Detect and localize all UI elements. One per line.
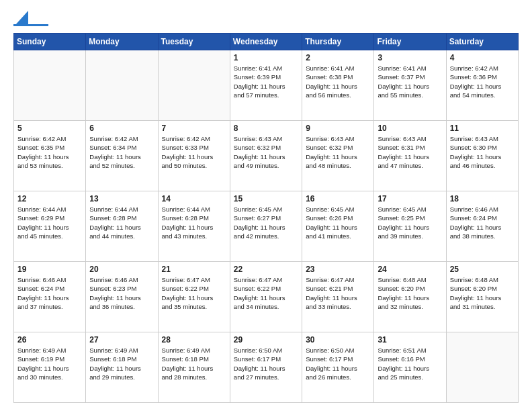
day-info: Sunrise: 6:49 AM Sunset: 6:19 PM Dayligh… (17, 346, 82, 381)
day-number: 17 (378, 194, 442, 203)
day-info: Sunrise: 6:47 AM Sunset: 6:22 PM Dayligh… (162, 275, 226, 311)
day-info: Sunrise: 6:43 AM Sunset: 6:30 PM Dayligh… (450, 134, 515, 170)
day-number: 25 (450, 265, 515, 274)
week-row-2: 5Sunrise: 6:42 AM Sunset: 6:35 PM Daylig… (14, 121, 519, 191)
day-info: Sunrise: 6:42 AM Sunset: 6:33 PM Dayligh… (162, 134, 226, 170)
calendar-cell: 9Sunrise: 6:43 AM Sunset: 6:32 PM Daylig… (302, 121, 374, 191)
weekday-header-row: SundayMondayTuesdayWednesdayThursdayFrid… (14, 34, 519, 50)
calendar-cell: 25Sunrise: 6:48 AM Sunset: 6:20 PM Dayli… (446, 262, 518, 332)
day-info: Sunrise: 6:44 AM Sunset: 6:29 PM Dayligh… (17, 205, 82, 240)
weekday-header-monday: Monday (86, 34, 158, 50)
day-info: Sunrise: 6:47 AM Sunset: 6:21 PM Dayligh… (306, 275, 370, 311)
day-number: 22 (234, 265, 298, 274)
day-info: Sunrise: 6:45 AM Sunset: 6:25 PM Dayligh… (378, 205, 442, 240)
day-number: 8 (234, 124, 298, 133)
day-number: 5 (17, 124, 82, 133)
day-info: Sunrise: 6:41 AM Sunset: 6:37 PM Dayligh… (378, 64, 442, 99)
day-info: Sunrise: 6:45 AM Sunset: 6:26 PM Dayligh… (306, 205, 370, 240)
logo-triangle-icon (15, 11, 28, 26)
calendar-cell: 18Sunrise: 6:46 AM Sunset: 6:24 PM Dayli… (446, 191, 518, 262)
calendar-cell: 6Sunrise: 6:42 AM Sunset: 6:34 PM Daylig… (86, 121, 158, 191)
day-number: 20 (89, 265, 154, 274)
day-info: Sunrise: 6:42 AM Sunset: 6:35 PM Dayligh… (17, 134, 82, 170)
day-number: 27 (89, 335, 154, 345)
weekday-header-wednesday: Wednesday (230, 34, 302, 50)
calendar-cell: 14Sunrise: 6:44 AM Sunset: 6:28 PM Dayli… (158, 191, 230, 262)
day-info: Sunrise: 6:51 AM Sunset: 6:16 PM Dayligh… (378, 346, 442, 381)
day-number: 7 (162, 124, 226, 133)
day-info: Sunrise: 6:44 AM Sunset: 6:28 PM Dayligh… (89, 205, 154, 240)
calendar-cell (14, 50, 86, 121)
day-number: 18 (450, 194, 515, 203)
weekday-header-sunday: Sunday (14, 34, 86, 50)
day-number: 1 (234, 53, 298, 62)
calendar-cell: 26Sunrise: 6:49 AM Sunset: 6:19 PM Dayli… (14, 332, 86, 403)
page: SundayMondayTuesdayWednesdayThursdayFrid… (0, 0, 532, 411)
day-number: 10 (378, 124, 442, 133)
weekday-header-tuesday: Tuesday (158, 34, 230, 50)
calendar-cell: 10Sunrise: 6:43 AM Sunset: 6:31 PM Dayli… (374, 121, 446, 191)
calendar-cell: 28Sunrise: 6:49 AM Sunset: 6:18 PM Dayli… (158, 332, 230, 403)
calendar-cell: 19Sunrise: 6:46 AM Sunset: 6:24 PM Dayli… (14, 262, 86, 332)
calendar-cell: 8Sunrise: 6:43 AM Sunset: 6:32 PM Daylig… (230, 121, 302, 191)
calendar-cell: 27Sunrise: 6:49 AM Sunset: 6:18 PM Dayli… (86, 332, 158, 403)
week-row-1: 1Sunrise: 6:41 AM Sunset: 6:39 PM Daylig… (14, 50, 519, 121)
weekday-header-friday: Friday (374, 34, 446, 50)
week-row-4: 19Sunrise: 6:46 AM Sunset: 6:24 PM Dayli… (14, 262, 519, 332)
header (13, 11, 519, 26)
day-info: Sunrise: 6:42 AM Sunset: 6:34 PM Dayligh… (89, 134, 154, 170)
weekday-header-saturday: Saturday (446, 34, 518, 50)
weekday-header-thursday: Thursday (302, 34, 374, 50)
calendar-cell: 5Sunrise: 6:42 AM Sunset: 6:35 PM Daylig… (14, 121, 86, 191)
calendar-cell: 3Sunrise: 6:41 AM Sunset: 6:37 PM Daylig… (374, 50, 446, 121)
day-number: 31 (378, 335, 442, 345)
day-info: Sunrise: 6:45 AM Sunset: 6:27 PM Dayligh… (234, 205, 298, 240)
day-info: Sunrise: 6:49 AM Sunset: 6:18 PM Dayligh… (89, 346, 154, 381)
calendar-cell (86, 50, 158, 121)
day-info: Sunrise: 6:42 AM Sunset: 6:36 PM Dayligh… (450, 64, 515, 99)
day-number: 30 (306, 335, 370, 345)
calendar-cell: 23Sunrise: 6:47 AM Sunset: 6:21 PM Dayli… (302, 262, 374, 332)
day-number: 9 (306, 124, 370, 133)
day-number: 29 (234, 335, 298, 345)
week-row-5: 26Sunrise: 6:49 AM Sunset: 6:19 PM Dayli… (14, 332, 519, 403)
calendar-cell: 20Sunrise: 6:46 AM Sunset: 6:23 PM Dayli… (86, 262, 158, 332)
day-number: 24 (378, 265, 442, 274)
calendar-cell: 21Sunrise: 6:47 AM Sunset: 6:22 PM Dayli… (158, 262, 230, 332)
day-number: 11 (450, 124, 515, 133)
day-number: 12 (17, 194, 82, 203)
calendar-cell: 22Sunrise: 6:47 AM Sunset: 6:22 PM Dayli… (230, 262, 302, 332)
calendar-cell (446, 332, 518, 403)
day-number: 2 (306, 53, 370, 62)
calendar-cell: 15Sunrise: 6:45 AM Sunset: 6:27 PM Dayli… (230, 191, 302, 262)
logo-underline (13, 24, 48, 26)
day-info: Sunrise: 6:48 AM Sunset: 6:20 PM Dayligh… (450, 275, 515, 311)
day-info: Sunrise: 6:47 AM Sunset: 6:22 PM Dayligh… (234, 275, 298, 311)
day-info: Sunrise: 6:44 AM Sunset: 6:28 PM Dayligh… (162, 205, 226, 240)
calendar-cell (158, 50, 230, 121)
calendar: SundayMondayTuesdayWednesdayThursdayFrid… (13, 33, 519, 403)
day-number: 26 (17, 335, 82, 345)
calendar-cell: 24Sunrise: 6:48 AM Sunset: 6:20 PM Dayli… (374, 262, 446, 332)
day-info: Sunrise: 6:41 AM Sunset: 6:38 PM Dayligh… (306, 64, 370, 99)
day-number: 4 (450, 53, 515, 62)
day-number: 28 (162, 335, 226, 345)
calendar-cell: 17Sunrise: 6:45 AM Sunset: 6:25 PM Dayli… (374, 191, 446, 262)
week-row-3: 12Sunrise: 6:44 AM Sunset: 6:29 PM Dayli… (14, 191, 519, 262)
day-number: 23 (306, 265, 370, 274)
day-number: 13 (89, 194, 154, 203)
logo (13, 11, 48, 26)
day-info: Sunrise: 6:49 AM Sunset: 6:18 PM Dayligh… (162, 346, 226, 381)
day-info: Sunrise: 6:46 AM Sunset: 6:24 PM Dayligh… (450, 205, 515, 240)
day-info: Sunrise: 6:50 AM Sunset: 6:17 PM Dayligh… (306, 346, 370, 381)
calendar-cell: 13Sunrise: 6:44 AM Sunset: 6:28 PM Dayli… (86, 191, 158, 262)
day-number: 16 (306, 194, 370, 203)
calendar-cell: 30Sunrise: 6:50 AM Sunset: 6:17 PM Dayli… (302, 332, 374, 403)
calendar-cell: 11Sunrise: 6:43 AM Sunset: 6:30 PM Dayli… (446, 121, 518, 191)
day-number: 15 (234, 194, 298, 203)
day-info: Sunrise: 6:46 AM Sunset: 6:23 PM Dayligh… (89, 275, 154, 311)
calendar-cell: 31Sunrise: 6:51 AM Sunset: 6:16 PM Dayli… (374, 332, 446, 403)
calendar-cell: 1Sunrise: 6:41 AM Sunset: 6:39 PM Daylig… (230, 50, 302, 121)
calendar-cell: 2Sunrise: 6:41 AM Sunset: 6:38 PM Daylig… (302, 50, 374, 121)
day-number: 21 (162, 265, 226, 274)
